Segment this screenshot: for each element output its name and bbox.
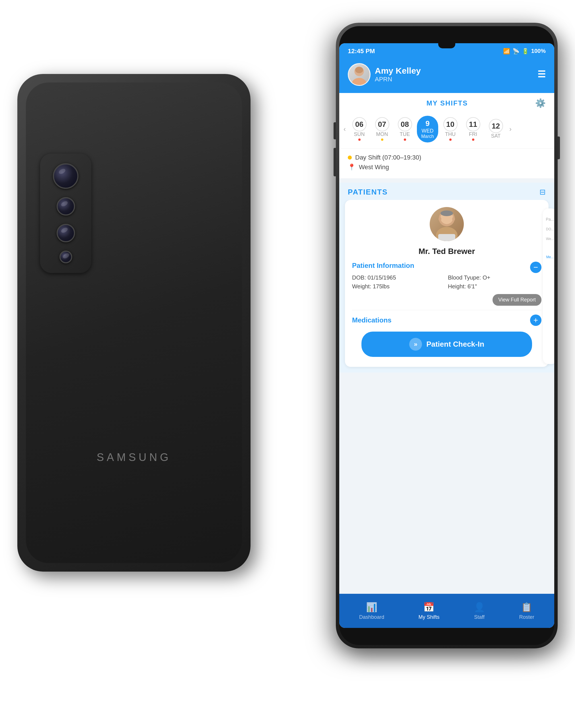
cal-day-fri[interactable]: 11 FRI	[462, 114, 484, 144]
phone-front: 12:45 PM 📶 📡 🔋 100%	[336, 23, 557, 648]
cal-day-mon[interactable]: 07 MON	[371, 114, 393, 144]
medications-title: Medications	[352, 316, 392, 324]
scene: SAMSUNG 12:45 PM 📶 📡 🔋 100%	[18, 23, 557, 705]
medications-row: Medications +	[352, 314, 541, 326]
cal-day-sat[interactable]: 12 SAT	[485, 115, 506, 142]
checkin-icon: »	[409, 338, 422, 351]
battery-level: 100%	[531, 48, 546, 54]
secondary-camera-lens	[57, 197, 75, 215]
patient-avatar	[430, 207, 464, 241]
patient-weight: Weight: 175lbs	[352, 283, 446, 290]
phone-front-inner: 12:45 PM 📶 📡 🔋 100%	[339, 26, 554, 645]
patient-height: Height: 6'1"	[448, 283, 541, 290]
cal-day-tue[interactable]: 08 TUE	[394, 114, 415, 144]
cal-day-wed-active[interactable]: 9 WED March	[417, 116, 438, 142]
settings-icon[interactable]: ⚙️	[535, 98, 546, 108]
patient-card: Mr. Ted Brewer Patient Information − DOB…	[345, 200, 548, 367]
svg-point-7	[440, 210, 453, 216]
shift-time-row: Day Shift (07:00–19:30)	[348, 154, 546, 161]
view-full-report-button[interactable]: View Full Report	[493, 294, 541, 306]
shift-time-text: Day Shift (07:00–19:30)	[355, 154, 421, 161]
dashboard-label: Dashboard	[359, 614, 384, 620]
app-header: Amy Kelley APRN ☰	[339, 59, 554, 93]
filter-icon[interactable]: ⊟	[539, 188, 546, 197]
day-dot-sun	[358, 138, 361, 141]
day-dot-tue	[404, 138, 406, 141]
collapse-info-button[interactable]: −	[530, 262, 541, 273]
roster-icon: 📋	[521, 602, 532, 613]
patient-info-grid: DOB: 01/15/1965 Blood Tyupe: O+ Weight: …	[352, 274, 541, 290]
cal-next-arrow[interactable]: ›	[508, 125, 513, 133]
nav-dashboard[interactable]: 📊 Dashboard	[355, 599, 388, 623]
phone-back: SAMSUNG	[18, 74, 250, 571]
shift-location-row: 📍 West Wing	[348, 164, 546, 171]
main-camera-lens	[53, 163, 78, 189]
patients-header: PATIENTS ⊟	[339, 182, 554, 200]
svg-point-8	[439, 217, 441, 221]
shift-info: Day Shift (07:00–19:30) 📍 West Wing	[339, 148, 554, 178]
patient-name: Mr. Ted Brewer	[352, 247, 541, 256]
patient-dob: DOB: 01/15/1965	[352, 274, 446, 281]
patient-checkin-button[interactable]: » Patient Check-In	[362, 332, 532, 357]
samsung-brand-text: SAMSUNG	[97, 451, 171, 463]
day-circle-sun: 06	[352, 117, 367, 131]
nav-my-shifts[interactable]: 📅 My Shifts	[414, 599, 444, 623]
user-avatar	[348, 63, 371, 86]
add-medication-button[interactable]: +	[530, 314, 541, 326]
roster-label: Roster	[519, 614, 534, 620]
shifts-section-title: MY SHIFTS	[359, 99, 535, 107]
patients-section-title: PATIENTS	[348, 188, 388, 197]
svg-point-9	[452, 217, 455, 221]
volume-up-button	[334, 122, 336, 139]
staff-label: Staff	[474, 614, 484, 620]
shift-dot	[348, 155, 352, 160]
battery-icon: 🔋	[522, 48, 529, 55]
second-patient-card-peek: Pa... DO... We... Me...	[543, 208, 554, 364]
user-role: APRN	[375, 76, 421, 83]
svg-point-3	[355, 67, 363, 73]
bottom-nav: 📊 Dashboard 📅 My Shifts 👤 Staff 📋 Roster	[339, 594, 554, 628]
app-screen: 12:45 PM 📶 📡 🔋 100%	[339, 43, 554, 628]
patients-section: PATIENTS ⊟	[339, 182, 554, 373]
checkin-label: Patient Check-In	[426, 340, 484, 349]
card-divider	[352, 310, 541, 310]
patient-info-header-row: Patient Information −	[352, 262, 541, 273]
svg-point-1	[352, 78, 367, 85]
wifi-icon: 📶	[503, 48, 510, 55]
nav-roster[interactable]: 📋 Roster	[515, 599, 539, 623]
user-text: Amy Kelley APRN	[375, 66, 421, 83]
volume-down-button	[334, 148, 336, 176]
tertiary-camera-lens	[57, 224, 75, 242]
nav-staff[interactable]: 👤 Staff	[470, 599, 489, 623]
day-dot-mon	[381, 138, 383, 141]
cal-day-thu[interactable]: 10 THU	[440, 114, 461, 144]
camera-module	[40, 153, 91, 273]
power-button	[557, 137, 560, 159]
shift-location-text: West Wing	[359, 164, 389, 171]
cal-prev-arrow[interactable]: ‹	[342, 125, 347, 133]
shifts-header-row: MY SHIFTS ⚙️	[339, 93, 554, 111]
signal-icon: 📡	[512, 48, 519, 55]
status-icons: 📶 📡 🔋 100%	[503, 48, 546, 55]
user-info: Amy Kelley APRN	[348, 63, 421, 86]
my-shifts-label: My Shifts	[418, 614, 439, 620]
shifts-section: MY SHIFTS ⚙️ ‹ 06 SUN	[339, 93, 554, 178]
status-time: 12:45 PM	[348, 47, 375, 55]
day-dot-fri	[472, 138, 474, 141]
location-icon: 📍	[348, 164, 356, 171]
svg-rect-10	[438, 234, 455, 241]
cal-day-sun[interactable]: 06 SUN	[349, 114, 370, 144]
macro-camera-lens	[60, 250, 72, 263]
main-scroll: MY SHIFTS ⚙️ ‹ 06 SUN	[339, 93, 554, 628]
user-name: Amy Kelley	[375, 66, 421, 76]
staff-icon: 👤	[474, 602, 485, 613]
patient-info-title: Patient Information	[352, 262, 414, 270]
my-shifts-icon: 📅	[423, 602, 435, 613]
phone-notch	[438, 43, 455, 48]
calendar-strip: ‹ 06 SUN 07	[339, 111, 554, 148]
patient-blood-type: Blood Tyupe: O+	[448, 274, 541, 281]
day-dot-thu	[449, 138, 451, 141]
dashboard-icon: 📊	[366, 602, 377, 613]
menu-icon[interactable]: ☰	[537, 71, 546, 78]
